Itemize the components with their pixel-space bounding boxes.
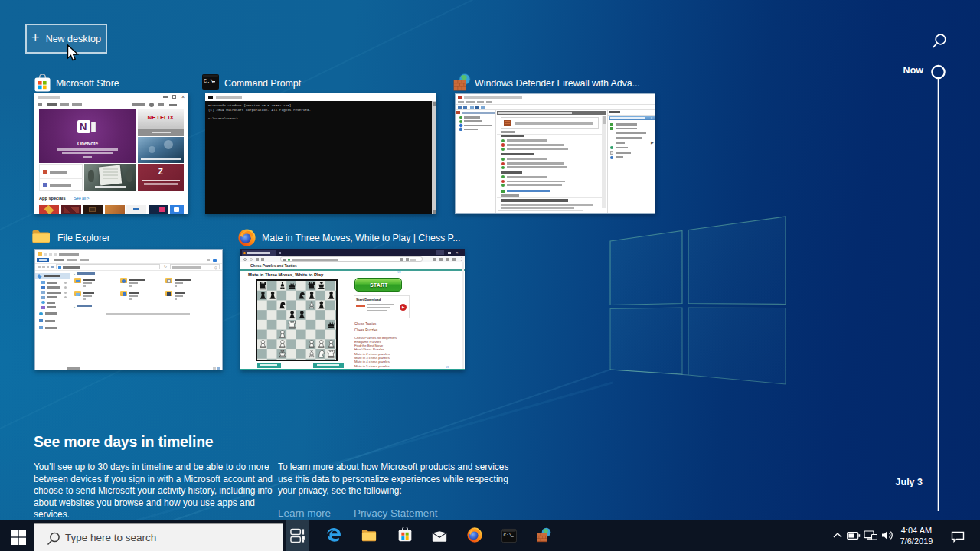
svg-text:C:\: C:\	[204, 78, 214, 84]
svg-text:C:\: C:\	[503, 533, 511, 538]
